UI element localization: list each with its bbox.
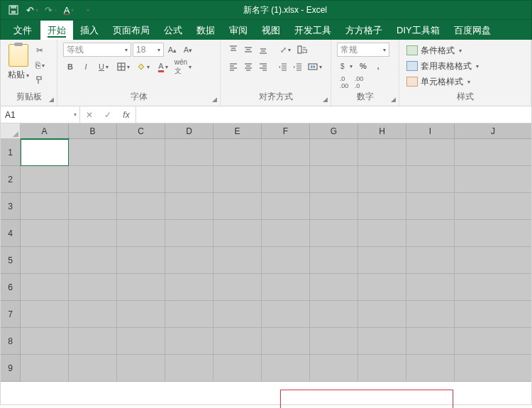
cell[interactable] bbox=[214, 247, 262, 274]
tab-baidu[interactable]: 百度网盘 bbox=[447, 21, 498, 40]
row-header[interactable]: 6 bbox=[1, 274, 21, 301]
cell[interactable] bbox=[69, 220, 117, 247]
cell[interactable] bbox=[406, 220, 455, 247]
decrease-font-button[interactable]: A▾ bbox=[181, 43, 195, 57]
increase-decimal-button[interactable]: .0.00 bbox=[337, 75, 351, 89]
cell[interactable] bbox=[455, 355, 531, 382]
select-all-button[interactable] bbox=[1, 123, 21, 139]
column-header[interactable]: F bbox=[262, 123, 310, 139]
row-header[interactable]: 2 bbox=[1, 166, 21, 193]
align-center-button[interactable] bbox=[241, 60, 255, 74]
cell[interactable] bbox=[21, 139, 69, 166]
align-right-button[interactable] bbox=[256, 60, 270, 74]
cell[interactable] bbox=[310, 220, 358, 247]
cell[interactable] bbox=[406, 301, 455, 328]
row-header[interactable]: 7 bbox=[1, 301, 21, 328]
column-header[interactable]: J bbox=[455, 123, 531, 139]
cell[interactable] bbox=[358, 301, 406, 328]
cell[interactable] bbox=[406, 274, 455, 301]
tab-developer[interactable]: 开发工具 bbox=[287, 21, 338, 40]
cell[interactable] bbox=[455, 274, 531, 301]
row-header[interactable]: 5 bbox=[1, 247, 21, 274]
cell[interactable] bbox=[406, 139, 455, 166]
tab-file[interactable]: 文件 bbox=[6, 21, 39, 40]
cell[interactable] bbox=[21, 274, 69, 301]
comma-button[interactable]: , bbox=[371, 59, 385, 73]
cell[interactable] bbox=[358, 274, 406, 301]
cell[interactable] bbox=[310, 274, 358, 301]
cell[interactable] bbox=[262, 247, 310, 274]
row-header[interactable]: 8 bbox=[1, 328, 21, 355]
paste-button[interactable]: 粘贴▾ bbox=[6, 43, 31, 81]
clipboard-launcher[interactable]: ◢ bbox=[49, 96, 54, 103]
decrease-indent-button[interactable] bbox=[276, 60, 290, 74]
cell[interactable] bbox=[455, 247, 531, 274]
cell[interactable] bbox=[358, 355, 406, 382]
cell[interactable] bbox=[406, 166, 455, 193]
tab-fangfang[interactable]: 方方格子 bbox=[338, 21, 389, 40]
row-header[interactable]: 3 bbox=[1, 193, 21, 220]
cell[interactable] bbox=[262, 193, 310, 220]
cell[interactable] bbox=[165, 193, 214, 220]
align-bottom-button[interactable] bbox=[256, 43, 270, 57]
cell[interactable] bbox=[262, 166, 310, 193]
percent-button[interactable]: % bbox=[356, 59, 370, 73]
cell[interactable] bbox=[310, 193, 358, 220]
cell[interactable] bbox=[262, 220, 310, 247]
cell[interactable] bbox=[69, 193, 117, 220]
cell[interactable] bbox=[21, 166, 69, 193]
cell[interactable] bbox=[262, 139, 310, 166]
cell[interactable] bbox=[310, 328, 358, 355]
cell[interactable] bbox=[358, 247, 406, 274]
cell[interactable] bbox=[117, 166, 165, 193]
column-header[interactable]: B bbox=[69, 123, 117, 139]
tab-data[interactable]: 数据 bbox=[189, 21, 222, 40]
cell[interactable] bbox=[117, 355, 165, 382]
wrap-text-button[interactable] bbox=[295, 43, 309, 57]
cell[interactable] bbox=[310, 301, 358, 328]
cell[interactable] bbox=[455, 166, 531, 193]
cell[interactable] bbox=[21, 328, 69, 355]
cell[interactable] bbox=[69, 328, 117, 355]
cell[interactable] bbox=[262, 274, 310, 301]
format-as-table-button[interactable]: 套用表格格式▾ bbox=[405, 59, 480, 73]
row-header[interactable]: 9 bbox=[1, 355, 21, 382]
border-button[interactable]: ▾ bbox=[114, 60, 133, 74]
cell[interactable] bbox=[358, 139, 406, 166]
cell[interactable] bbox=[214, 274, 262, 301]
cell[interactable] bbox=[310, 355, 358, 382]
cell[interactable] bbox=[117, 193, 165, 220]
enter-formula-button[interactable]: ✓ bbox=[99, 110, 117, 120]
cell[interactable] bbox=[214, 328, 262, 355]
undo-button[interactable]: ↶▾ bbox=[23, 2, 40, 18]
tab-view[interactable]: 视图 bbox=[255, 21, 287, 40]
cell[interactable] bbox=[214, 301, 262, 328]
column-header[interactable]: G bbox=[310, 123, 358, 139]
cell[interactable] bbox=[262, 301, 310, 328]
phonetic-button[interactable]: wén文▾ bbox=[174, 60, 192, 74]
cell[interactable] bbox=[214, 166, 262, 193]
cell[interactable] bbox=[21, 301, 69, 328]
cell[interactable] bbox=[117, 139, 165, 166]
fill-color-button[interactable]: ▾ bbox=[134, 60, 153, 74]
save-button[interactable] bbox=[5, 2, 22, 18]
cell[interactable] bbox=[21, 193, 69, 220]
cell[interactable] bbox=[406, 247, 455, 274]
align-top-button[interactable] bbox=[226, 43, 240, 57]
decrease-decimal-button[interactable]: .00.0 bbox=[352, 75, 366, 89]
row-header[interactable]: 4 bbox=[1, 220, 21, 247]
font-color-button[interactable]: A▾ bbox=[154, 60, 172, 74]
cell[interactable] bbox=[455, 220, 531, 247]
cell-styles-button[interactable]: 单元格样式▾ bbox=[405, 75, 480, 89]
cell[interactable] bbox=[165, 328, 214, 355]
bold-button[interactable]: B bbox=[63, 60, 77, 74]
cell[interactable] bbox=[69, 247, 117, 274]
cell[interactable] bbox=[214, 355, 262, 382]
align-left-button[interactable] bbox=[226, 60, 240, 74]
cell[interactable] bbox=[69, 301, 117, 328]
font-name-combo[interactable]: 等线▾ bbox=[63, 43, 131, 57]
cell[interactable] bbox=[358, 328, 406, 355]
cell[interactable] bbox=[406, 193, 455, 220]
accounting-format-button[interactable]: $▾ bbox=[337, 59, 355, 73]
cell[interactable] bbox=[455, 328, 531, 355]
